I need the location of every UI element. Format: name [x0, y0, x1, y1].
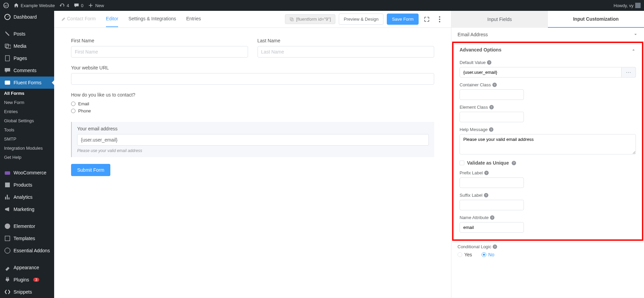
- element-class-input[interactable]: [460, 112, 524, 122]
- sidebar-media[interactable]: Media: [0, 40, 54, 52]
- name-attr-input[interactable]: [460, 222, 524, 233]
- url-input[interactable]: [71, 73, 434, 85]
- shortcode-display[interactable]: [fluentform id="9"]: [285, 14, 335, 24]
- help-message-label: Help Message: [460, 127, 488, 132]
- email-field-label: Your email address: [77, 126, 429, 131]
- shortcode-picker-icon[interactable]: ⋯: [622, 67, 636, 78]
- email-field-input[interactable]: [77, 134, 429, 146]
- svg-rect-9: [290, 18, 292, 20]
- svg-rect-10: [291, 18, 293, 21]
- suffix-label-label: Suffix Label: [460, 193, 483, 198]
- info-icon[interactable]: ?: [490, 215, 494, 220]
- info-icon[interactable]: ?: [492, 83, 497, 87]
- sidebar-appearance[interactable]: Appearance: [0, 261, 54, 274]
- sidebar-plugins[interactable]: Plugins3: [0, 274, 54, 286]
- info-icon[interactable]: ?: [484, 171, 489, 175]
- email-help-text: Please use your valid email address: [77, 148, 429, 153]
- contact-question: How do you like us to contact?: [71, 92, 434, 98]
- cond-logic-no[interactable]: No: [482, 252, 494, 257]
- new-content[interactable]: New: [88, 3, 104, 8]
- info-icon[interactable]: ?: [493, 244, 497, 249]
- wp-logo[interactable]: [3, 3, 9, 8]
- save-form-button[interactable]: Save Form: [387, 14, 419, 25]
- chevron-down-icon: [633, 32, 638, 37]
- element-class-label: Element Class: [460, 105, 488, 110]
- info-icon[interactable]: ?: [484, 193, 488, 197]
- section-advanced-options[interactable]: Advanced Options: [453, 43, 642, 57]
- preview-design-button[interactable]: Preview & Design: [339, 14, 384, 25]
- svg-point-8: [5, 248, 10, 253]
- sub-all-forms[interactable]: All Forms: [0, 89, 54, 98]
- cond-logic-label: Conditional Logic: [458, 244, 491, 249]
- tab-input-customization[interactable]: Input Customization: [548, 11, 644, 28]
- sidebar-marketing[interactable]: Marketing: [0, 203, 54, 215]
- sidebar-posts[interactable]: Posts: [0, 28, 54, 40]
- sub-get-help[interactable]: Get Help: [0, 153, 54, 162]
- comments-toolbar[interactable]: 0: [74, 3, 83, 8]
- tab-entries[interactable]: Entries: [186, 11, 201, 27]
- new-text: New: [95, 3, 104, 8]
- right-panel: Input Fields Input Customization Email A…: [451, 11, 644, 298]
- prefix-label-label: Prefix Label: [460, 170, 483, 175]
- more-icon[interactable]: [435, 15, 444, 24]
- sub-integration-modules[interactable]: Integration Modules: [0, 144, 54, 153]
- info-icon[interactable]: ?: [512, 161, 516, 165]
- sub-smtp[interactable]: SMTP: [0, 134, 54, 144]
- sidebar-elementor[interactable]: Elementor: [0, 220, 54, 232]
- updates-count: 4: [67, 3, 69, 8]
- sub-new-form[interactable]: New Form: [0, 98, 54, 107]
- last-name-label: Last Name: [258, 38, 435, 43]
- plugins-badge: 3: [33, 278, 39, 282]
- default-value-input[interactable]: [460, 67, 622, 78]
- first-name-input[interactable]: [71, 46, 248, 58]
- submit-button[interactable]: Submit Form: [71, 164, 110, 176]
- sidebar-comments[interactable]: Comments: [0, 64, 54, 77]
- sidebar-essential-addons[interactable]: Essential Addons: [0, 244, 54, 257]
- info-icon[interactable]: ?: [489, 105, 494, 109]
- svg-point-11: [439, 16, 440, 18]
- sidebar-analytics[interactable]: Analytics: [0, 191, 54, 203]
- svg-point-6: [5, 224, 10, 229]
- info-icon[interactable]: ?: [487, 60, 491, 65]
- comments-count: 0: [81, 3, 83, 8]
- suffix-label-input[interactable]: [460, 200, 524, 210]
- sidebar-fluent-forms[interactable]: Fluent Forms: [0, 77, 54, 89]
- svg-rect-7: [5, 236, 10, 241]
- sidebar-snippets[interactable]: Snippets: [0, 286, 54, 298]
- chevron-up-icon: [631, 47, 636, 52]
- updates[interactable]: 4: [60, 3, 69, 8]
- avatar: [635, 3, 641, 8]
- site-name[interactable]: Example Website: [14, 3, 55, 8]
- validate-unique-checkbox[interactable]: [460, 161, 464, 165]
- sidebar-pages[interactable]: Pages: [0, 52, 54, 64]
- radio-email[interactable]: [71, 102, 75, 106]
- tab-settings[interactable]: Settings & Integrations: [128, 11, 176, 27]
- tab-editor[interactable]: Editor: [106, 11, 118, 27]
- section-email-address[interactable]: Email Address: [451, 28, 644, 41]
- cond-logic-yes[interactable]: Yes: [458, 252, 472, 257]
- first-name-label: First Name: [71, 38, 248, 43]
- sub-entries[interactable]: Entries: [0, 107, 54, 116]
- sub-global-settings[interactable]: Global Settings: [0, 116, 54, 125]
- sidebar-dashboard[interactable]: Dashboard: [0, 11, 54, 23]
- fullscreen-icon[interactable]: [422, 15, 431, 24]
- howdy-text: Howdy, vy: [614, 3, 634, 8]
- help-message-textarea[interactable]: Please use your valid email address: [460, 134, 636, 154]
- tab-contact-form[interactable]: Contact Form: [61, 11, 96, 27]
- default-value-label: Default Value: [460, 60, 486, 65]
- container-class-input[interactable]: [460, 89, 524, 100]
- howdy-user[interactable]: Howdy, vy: [614, 3, 641, 8]
- tab-input-fields[interactable]: Input Fields: [451, 11, 548, 28]
- sidebar-products[interactable]: Products: [0, 179, 54, 191]
- validate-unique-label: Validate as Unique: [467, 160, 509, 166]
- sidebar-woocommerce[interactable]: WooCommerce: [0, 167, 54, 179]
- sidebar-templates[interactable]: Templates: [0, 232, 54, 244]
- radio-phone[interactable]: [71, 109, 75, 113]
- selected-email-field[interactable]: Your email address Please use your valid…: [71, 122, 434, 157]
- info-icon[interactable]: ?: [489, 127, 493, 132]
- site-name-text: Example Website: [21, 3, 55, 8]
- last-name-input[interactable]: [258, 46, 435, 58]
- prefix-label-input[interactable]: [460, 177, 524, 188]
- radio-phone-label: Phone: [78, 108, 91, 113]
- sub-tools[interactable]: Tools: [0, 125, 54, 134]
